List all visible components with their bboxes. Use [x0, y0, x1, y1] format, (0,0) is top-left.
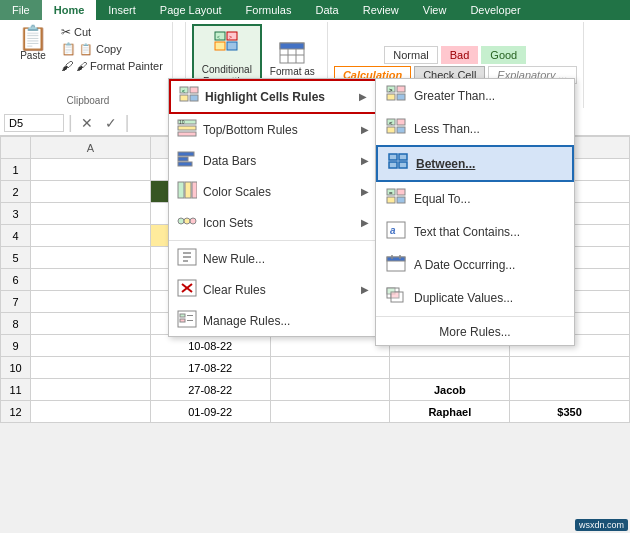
- clipboard-group: 📋 Paste ✂ Cut 📋 📋 Copy 🖌: [4, 22, 173, 108]
- svg-rect-44: [397, 94, 405, 100]
- cell-a1[interactable]: [31, 159, 151, 181]
- clipboard-group-label: Clipboard: [67, 93, 110, 106]
- col-header-a[interactable]: A: [31, 137, 151, 159]
- watermark: wsxdn.com: [575, 519, 628, 531]
- paste-button[interactable]: 📋 Paste: [10, 24, 56, 74]
- cut-icon: ✂: [61, 25, 71, 39]
- svg-text:=: =: [389, 190, 393, 196]
- submenu-less-than[interactable]: < Less Than...: [376, 112, 574, 145]
- cell-d12[interactable]: Raphael: [390, 401, 510, 423]
- style-normal[interactable]: Normal: [384, 46, 437, 64]
- styles-row-1: Normal Bad Good: [384, 46, 526, 64]
- cell-a9[interactable]: [31, 335, 151, 357]
- submenu-greater-than[interactable]: > Greater Than...: [376, 79, 574, 112]
- svg-rect-12: [190, 87, 198, 93]
- cell-a4[interactable]: [31, 225, 151, 247]
- cell-c12[interactable]: [270, 401, 390, 423]
- formula-confirm-button[interactable]: ✓: [101, 115, 121, 131]
- cell-c10[interactable]: [270, 357, 390, 379]
- cf-menu-managerules[interactable]: Manage Rules...: [169, 305, 377, 336]
- text-contains-icon: a: [386, 221, 406, 242]
- name-box[interactable]: [4, 114, 64, 132]
- cut-label: Cut: [74, 26, 91, 38]
- date-occurring-icon: [386, 254, 406, 275]
- copy-label: 📋 Copy: [79, 43, 122, 56]
- cell-d10[interactable]: [390, 357, 510, 379]
- tab-review[interactable]: Review: [351, 0, 411, 20]
- cf-menu-clearrules[interactable]: Clear Rules ▶: [169, 274, 377, 305]
- cell-e11[interactable]: [510, 379, 630, 401]
- cell-a11[interactable]: [31, 379, 151, 401]
- submenu-text-contains[interactable]: a Text that Contains...: [376, 215, 574, 248]
- cell-a3[interactable]: [31, 203, 151, 225]
- cell-e10[interactable]: [510, 357, 630, 379]
- duplicate-values-icon: [386, 287, 406, 308]
- formula-bar-separator: |: [68, 112, 73, 133]
- row-num-11: 11: [1, 379, 31, 401]
- format-painter-label: 🖌 Format Painter: [76, 60, 163, 72]
- svg-text:<: <: [389, 120, 393, 126]
- style-bad[interactable]: Bad: [441, 46, 479, 64]
- cf-dropdown-menu: < Highlight Cells Rules ▶ 10 Top/Bottom …: [168, 78, 378, 337]
- tab-file[interactable]: File: [0, 0, 42, 20]
- cell-a5[interactable]: [31, 247, 151, 269]
- iconsets-left: Icon Sets: [177, 212, 253, 233]
- date-occurring-label: A Date Occurring...: [414, 258, 515, 272]
- tab-view[interactable]: View: [411, 0, 459, 20]
- format-painter-button[interactable]: 🖌 🖌 Format Painter: [58, 58, 166, 74]
- highlight-cells-label: Highlight Cells Rules: [205, 90, 325, 104]
- cell-b9[interactable]: 10-08-22: [150, 335, 270, 357]
- tab-page-layout[interactable]: Page Layout: [148, 0, 234, 20]
- cf-menu-newrule[interactable]: New Rule...: [169, 243, 377, 274]
- formula-bar-separator2: |: [125, 112, 130, 133]
- cell-b12[interactable]: 01-09-22: [150, 401, 270, 423]
- cut-button[interactable]: ✂ Cut: [58, 24, 166, 40]
- table-row: 12 01-09-22 Raphael $350: [1, 401, 630, 423]
- submenu-more-rules[interactable]: More Rules...: [376, 319, 574, 345]
- cell-c9[interactable]: [270, 335, 390, 357]
- tab-formulas[interactable]: Formulas: [234, 0, 304, 20]
- svg-rect-69: [391, 292, 399, 298]
- svg-point-26: [178, 218, 184, 224]
- cell-a7[interactable]: [31, 291, 151, 313]
- svg-rect-53: [389, 162, 397, 168]
- cell-b10[interactable]: 17-08-22: [150, 357, 270, 379]
- submenu-equal-to[interactable]: = Equal To...: [376, 182, 574, 215]
- row-num-6: 6: [1, 269, 31, 291]
- style-good[interactable]: Good: [481, 46, 526, 64]
- cf-menu-highlight-cells[interactable]: < Highlight Cells Rules ▶: [169, 79, 377, 114]
- submenu-duplicate-values[interactable]: Duplicate Values...: [376, 281, 574, 314]
- cell-b11[interactable]: 27-08-22: [150, 379, 270, 401]
- cell-a8[interactable]: [31, 313, 151, 335]
- colorscales-left: Color Scales: [177, 181, 271, 202]
- cf-menu-colorscales[interactable]: Color Scales ▶: [169, 176, 377, 207]
- highlight-cells-left: < Highlight Cells Rules: [179, 86, 325, 107]
- cf-menu-databars[interactable]: Data Bars ▶: [169, 145, 377, 176]
- sub-menu-sep1: [376, 316, 574, 317]
- clearrules-icon: [177, 279, 197, 300]
- submenu-date-occurring[interactable]: A Date Occurring...: [376, 248, 574, 281]
- tab-data[interactable]: Data: [303, 0, 350, 20]
- submenu-between[interactable]: Between...: [376, 145, 574, 182]
- cell-c11[interactable]: [270, 379, 390, 401]
- cell-a10[interactable]: [31, 357, 151, 379]
- cell-e12[interactable]: $350: [510, 401, 630, 423]
- cf-menu-topbottom[interactable]: 10 Top/Bottom Rules ▶: [169, 114, 377, 145]
- tab-developer[interactable]: Developer: [458, 0, 532, 20]
- formula-cancel-button[interactable]: ✕: [77, 115, 97, 131]
- cell-a2[interactable]: [31, 181, 151, 203]
- colorscales-label: Color Scales: [203, 185, 271, 199]
- tab-insert[interactable]: Insert: [96, 0, 148, 20]
- cell-a6[interactable]: [31, 269, 151, 291]
- row-num-9: 9: [1, 335, 31, 357]
- newrule-label: New Rule...: [203, 252, 265, 266]
- format-painter-icon: 🖌: [61, 59, 73, 73]
- svg-rect-7: [280, 43, 304, 49]
- cell-d11[interactable]: Jacob: [390, 379, 510, 401]
- tab-home[interactable]: Home: [42, 0, 97, 20]
- cell-a12[interactable]: [31, 401, 151, 423]
- copy-button[interactable]: 📋 📋 Copy: [58, 41, 166, 57]
- cf-menu-iconsets[interactable]: Icon Sets ▶: [169, 207, 377, 238]
- equal-to-icon: =: [386, 188, 406, 209]
- row-num-2: 2: [1, 181, 31, 203]
